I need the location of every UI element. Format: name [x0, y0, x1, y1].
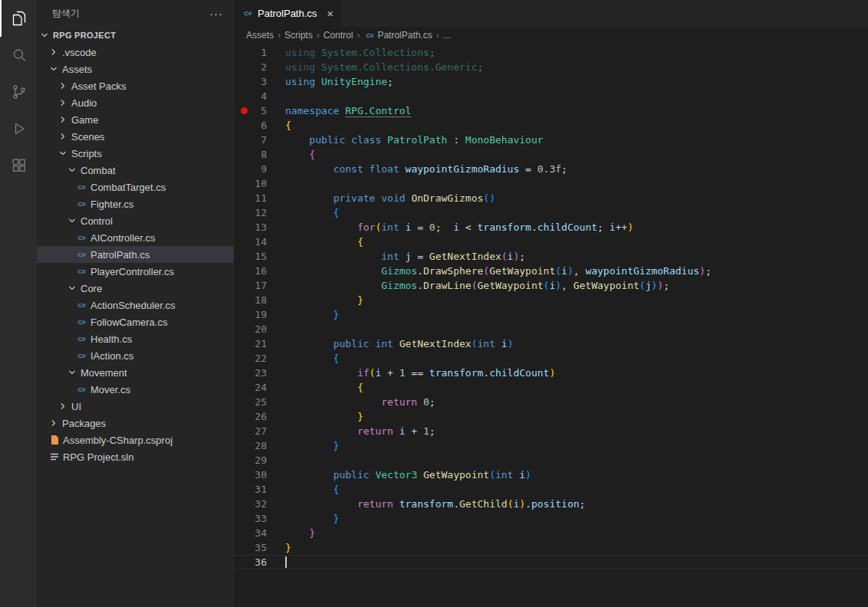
line-number-gutter[interactable]: 1: [234, 45, 285, 60]
code-line-4[interactable]: 4: [234, 89, 868, 103]
tree-item-game[interactable]: Game: [37, 111, 234, 128]
code-line-14[interactable]: 14 {: [234, 235, 868, 249]
tree-item-followcamera-cs[interactable]: C#FollowCamera.cs: [37, 313, 234, 330]
line-number-gutter[interactable]: 10: [234, 176, 285, 191]
code-line-3[interactable]: 3using UnityEngine;: [234, 74, 868, 89]
line-number-gutter[interactable]: 11: [234, 191, 285, 205]
code-line-1[interactable]: 1using System.Collections;: [234, 45, 868, 60]
line-number-gutter[interactable]: 9: [234, 162, 285, 176]
line-number-gutter[interactable]: 26: [234, 409, 285, 424]
code-line-11[interactable]: 11 private void OnDrawGizmos(): [234, 191, 868, 205]
line-number-gutter[interactable]: 21: [234, 336, 285, 351]
code-line-13[interactable]: 13 for(int i = 0; i < transform.childCou…: [234, 220, 868, 235]
code-line-33[interactable]: 33 }: [234, 511, 868, 526]
code-line-30[interactable]: 30 public Vector3 GetWaypoint(int i): [234, 468, 868, 482]
code-line-6[interactable]: 6{: [234, 118, 868, 133]
line-number-gutter[interactable]: 22: [234, 351, 285, 366]
line-number-gutter[interactable]: 2: [234, 60, 285, 74]
tab-patrolpath[interactable]: C# PatrolPath.cs ×: [234, 0, 341, 27]
line-number-gutter[interactable]: 12: [234, 205, 285, 220]
tree-item-combat[interactable]: Combat: [37, 162, 234, 179]
breadcrumb-item[interactable]: ...: [443, 30, 451, 41]
tree-item-mover-cs[interactable]: C#Mover.cs: [37, 381, 234, 398]
line-number-gutter[interactable]: 3: [234, 74, 285, 89]
line-number-gutter[interactable]: 8: [234, 147, 285, 162]
tree-item-packages[interactable]: Packages: [37, 415, 234, 431]
activity-source-control-icon[interactable]: [0, 74, 37, 110]
breakpoint-dot[interactable]: [241, 107, 248, 114]
breadcrumb-item[interactable]: Scripts: [284, 30, 313, 41]
tree-item-control[interactable]: Control: [37, 212, 234, 229]
line-number-gutter[interactable]: 14: [234, 235, 285, 249]
breadcrumb-item[interactable]: C#PatrolPath.cs: [363, 29, 432, 41]
code-line-8[interactable]: 8 {: [234, 147, 868, 162]
code-line-31[interactable]: 31 {: [234, 482, 868, 497]
code-line-26[interactable]: 26 }: [234, 409, 868, 424]
tree-item-combattarget-cs[interactable]: C#CombatTarget.cs: [37, 179, 234, 195]
tree-item-core[interactable]: Core: [37, 280, 234, 297]
activity-explorer-icon[interactable]: [0, 0, 37, 37]
line-number-gutter[interactable]: 29: [234, 453, 285, 468]
code-line-25[interactable]: 25 return 0;: [234, 395, 868, 409]
tree-item-movement[interactable]: Movement: [37, 364, 234, 381]
tree-item-assembly-csharp-csproj[interactable]: Assembly-CSharp.csproj: [37, 431, 234, 448]
code-line-21[interactable]: 21 public int GetNextIndex(int i): [234, 336, 868, 351]
line-number-gutter[interactable]: 25: [234, 395, 285, 409]
line-number-gutter[interactable]: 15: [234, 249, 285, 264]
tree-item-assets[interactable]: Assets: [37, 61, 234, 77]
tree-item-patrolpath-cs[interactable]: C#PatrolPath.cs: [37, 246, 234, 263]
line-number-gutter[interactable]: 5: [234, 103, 285, 118]
breadcrumb-item[interactable]: Assets: [246, 30, 274, 41]
line-number-gutter[interactable]: 6: [234, 118, 285, 133]
code-line-27[interactable]: 27 return i + 1;: [234, 424, 868, 438]
code-line-9[interactable]: 9 const float waypointGizmoRadius = 0.3f…: [234, 162, 868, 176]
activity-search-icon[interactable]: [0, 37, 37, 74]
line-number-gutter[interactable]: 35: [234, 540, 285, 555]
tree-item-playercontroller-cs[interactable]: C#PlayerController.cs: [37, 263, 234, 280]
tree-item-audio[interactable]: Audio: [37, 94, 234, 111]
tree-item-aicontroller-cs[interactable]: C#AIController.cs: [37, 229, 234, 246]
tree-item-vscode[interactable]: .vscode: [37, 44, 234, 61]
line-number-gutter[interactable]: 20: [234, 322, 285, 336]
line-number-gutter[interactable]: 24: [234, 380, 285, 395]
code-line-5[interactable]: 5namespace RPG.Control: [234, 103, 868, 118]
code-line-10[interactable]: 10: [234, 176, 868, 191]
line-number-gutter[interactable]: 31: [234, 482, 285, 497]
code-line-36[interactable]: 36: [234, 555, 868, 569]
tree-item-asset-packs[interactable]: Asset Packs: [37, 77, 234, 94]
activity-extensions-icon[interactable]: [0, 147, 37, 184]
code-line-7[interactable]: 7 public class PatrolPath : MonoBehaviou…: [234, 133, 868, 147]
code-line-22[interactable]: 22 {: [234, 351, 868, 366]
line-number-gutter[interactable]: 19: [234, 307, 285, 322]
tree-item-scripts[interactable]: Scripts: [37, 145, 234, 162]
line-number-gutter[interactable]: 33: [234, 511, 285, 526]
code-line-28[interactable]: 28 }: [234, 438, 868, 453]
code-line-34[interactable]: 34 }: [234, 526, 868, 540]
code-line-23[interactable]: 23 if(i + 1 == transform.childCount): [234, 366, 868, 380]
tree-item-health-cs[interactable]: C#Health.cs: [37, 330, 234, 347]
line-number-gutter[interactable]: 27: [234, 424, 285, 438]
code-line-19[interactable]: 19 }: [234, 307, 868, 322]
line-number-gutter[interactable]: 36: [234, 555, 285, 569]
line-number-gutter[interactable]: 17: [234, 278, 285, 293]
tree-item-actionscheduler-cs[interactable]: C#ActionScheduler.cs: [37, 297, 234, 313]
line-number-gutter[interactable]: 28: [234, 438, 285, 453]
line-number-gutter[interactable]: 7: [234, 133, 285, 147]
tree-item-scenes[interactable]: Scenes: [37, 128, 234, 145]
line-number-gutter[interactable]: 23: [234, 366, 285, 380]
code-line-35[interactable]: 35}: [234, 540, 868, 555]
code-line-32[interactable]: 32 return transform.GetChild(i).position…: [234, 497, 868, 511]
code-line-24[interactable]: 24 {: [234, 380, 868, 395]
tree-item-fighter-cs[interactable]: C#Fighter.cs: [37, 195, 234, 212]
code-line-2[interactable]: 2using System.Collections.Generic;: [234, 60, 868, 74]
line-number-gutter[interactable]: 18: [234, 293, 285, 307]
line-number-gutter[interactable]: 30: [234, 468, 285, 482]
tree-item-iaction-cs[interactable]: C#IAction.cs: [37, 347, 234, 364]
code-line-15[interactable]: 15 int j = GetNextIndex(i);: [234, 249, 868, 264]
code-editor[interactable]: 1using System.Collections;2using System.…: [234, 44, 868, 607]
code-line-18[interactable]: 18 }: [234, 293, 868, 307]
tab-close-icon[interactable]: ×: [327, 8, 334, 19]
line-number-gutter[interactable]: 34: [234, 526, 285, 540]
code-line-20[interactable]: 20: [234, 322, 868, 336]
line-number-gutter[interactable]: 13: [234, 220, 285, 235]
